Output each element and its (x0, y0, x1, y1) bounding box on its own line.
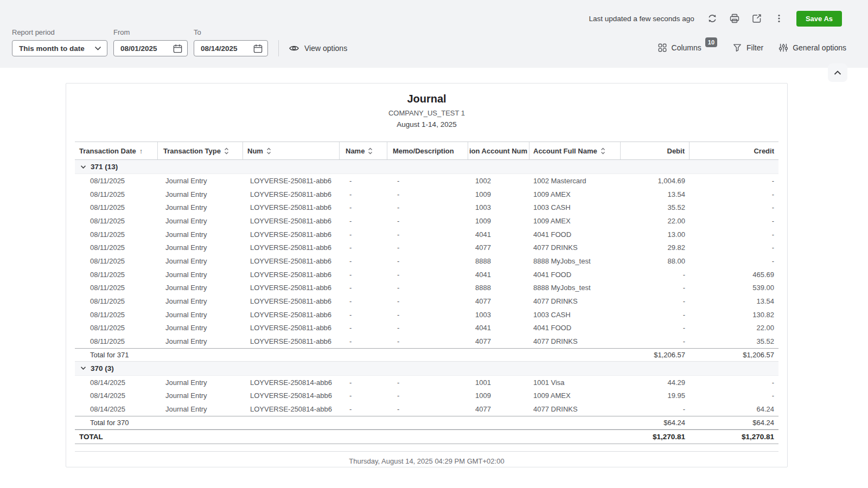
table-row[interactable]: 08/14/2025Journal EntryLOYVERSE-250814-a… (75, 376, 778, 389)
table-row[interactable]: 08/11/2025Journal EntryLOYVERSE-250811-a… (75, 294, 778, 308)
table-row[interactable]: 08/11/2025Journal EntryLOYVERSE-250811-a… (75, 281, 778, 295)
cell-account-full-name: 8888 MyJobs_test (529, 284, 621, 292)
calendar-icon[interactable] (253, 43, 263, 54)
col-header-transaction-date[interactable]: Transaction Date↑ (75, 142, 158, 159)
refresh-button[interactable] (706, 12, 719, 25)
filter-button[interactable]: Filter (732, 43, 763, 53)
table-row[interactable]: 08/11/2025Journal EntryLOYVERSE-250811-a… (75, 335, 778, 348)
cell-account-full-name: 4041 FOOD (529, 271, 621, 279)
table-row[interactable]: 08/11/2025Journal EntryLOYVERSE-250811-a… (75, 214, 778, 228)
cell-account-full-name: 1009 AMEX (529, 190, 621, 198)
group-header[interactable]: 370 (3) (75, 362, 778, 376)
cell-name: - (340, 391, 387, 400)
cell-account-full-name: 1009 AMEX (529, 391, 621, 400)
cell-memo-description: - (387, 391, 468, 400)
table-row[interactable]: 08/11/2025Journal EntryLOYVERSE-250811-a… (75, 241, 778, 254)
from-date-field[interactable] (113, 40, 188, 56)
col-header-label: Num (247, 147, 263, 155)
cell-credit: - (690, 243, 778, 252)
collapse-report-button[interactable] (828, 63, 847, 82)
report-period-label: Report period (12, 28, 107, 36)
col-header-transaction-type[interactable]: Transaction Type (158, 142, 243, 159)
report-card: Journal COMPANY_US_TEST 1 August 1-14, 2… (66, 83, 788, 467)
cell-account-num: 1009 (468, 217, 529, 225)
col-header-label: Transaction Date (79, 147, 136, 155)
cell-account-num: 8888 (468, 284, 529, 292)
col-header-account-full-name[interactable]: Account Full Name (529, 142, 621, 159)
cell-credit: - (690, 378, 778, 387)
table-row[interactable]: 08/11/2025Journal EntryLOYVERSE-250811-a… (75, 308, 778, 322)
export-button[interactable] (750, 12, 763, 25)
cell-name: - (340, 203, 387, 211)
table-row[interactable]: 08/14/2025Journal EntryLOYVERSE-250814-a… (75, 402, 778, 416)
col-header-label: ion Account Num (469, 147, 527, 155)
calendar-icon[interactable] (173, 43, 183, 54)
table-row[interactable]: 08/11/2025Journal EntryLOYVERSE-250811-a… (75, 254, 778, 268)
save-as-button[interactable]: Save As (796, 11, 842, 27)
cell-credit: - (690, 217, 778, 225)
cell-account-num: 4041 (468, 271, 529, 279)
col-header-name[interactable]: Name (340, 142, 387, 159)
table-row[interactable]: 08/11/2025Journal EntryLOYVERSE-250811-a… (75, 228, 778, 241)
cell-num: LOYVERSE-250811-abb6 (243, 203, 340, 211)
cell-num: LOYVERSE-250811-abb6 (243, 243, 340, 252)
group-label: 370 (3) (91, 364, 114, 373)
cell-debit: 13.54 (621, 190, 690, 198)
collapse-group-icon[interactable] (80, 165, 86, 169)
group-total-label: Total for 370 (75, 419, 621, 427)
cell-credit: 539.00 (690, 284, 778, 292)
cell-transaction-date: 08/14/2025 (75, 391, 158, 400)
chevron-down-icon (94, 46, 101, 50)
more-options-button[interactable] (773, 12, 786, 25)
cell-memo-description: - (387, 177, 468, 185)
cell-transaction-date: 08/11/2025 (75, 177, 158, 185)
col-header-label: Memo/Description (393, 147, 454, 155)
columns-button[interactable]: Columns 10 (658, 43, 718, 53)
cell-account-full-name: 4077 DRINKS (529, 297, 621, 305)
chevron-up-icon (833, 70, 842, 75)
sort-icon (266, 147, 271, 155)
group-total-debit: $64.24 (621, 419, 690, 427)
to-date-input[interactable] (201, 44, 248, 53)
col-header-num[interactable]: Num (243, 142, 340, 159)
cell-transaction-date: 08/11/2025 (75, 297, 158, 305)
to-date-field[interactable] (194, 40, 268, 56)
from-date-input[interactable] (120, 44, 168, 53)
cell-account-full-name: 4041 FOOD (529, 324, 621, 332)
collapse-group-icon[interactable] (80, 366, 86, 370)
cell-transaction-date: 08/11/2025 (75, 311, 158, 319)
cell-transaction-type: Journal Entry (158, 391, 243, 400)
cell-transaction-type: Journal Entry (158, 203, 243, 211)
cell-memo-description: - (387, 311, 468, 319)
cell-transaction-type: Journal Entry (158, 243, 243, 252)
report-period-select[interactable]: This month to date (12, 40, 107, 56)
cell-name: - (340, 230, 387, 239)
col-header-label: Debit (667, 147, 685, 155)
table-row[interactable]: 08/11/2025Journal EntryLOYVERSE-250811-a… (75, 322, 778, 335)
columns-label: Columns (672, 43, 701, 52)
grand-total-credit: $1,270.81 (690, 433, 778, 441)
view-options-button[interactable]: View options (278, 40, 347, 56)
table-row[interactable]: 08/11/2025Journal EntryLOYVERSE-250811-a… (75, 188, 778, 201)
group-total-debit: $1,206.57 (621, 351, 690, 359)
print-button[interactable] (728, 12, 741, 25)
cell-name: - (340, 257, 387, 265)
cell-memo-description: - (387, 284, 468, 292)
cell-num: LOYVERSE-250814-abb6 (243, 378, 340, 387)
cell-account-num: 4077 (468, 405, 529, 413)
cell-account-full-name: 4077 DRINKS (529, 243, 621, 252)
printer-icon (729, 13, 740, 24)
cell-transaction-date: 08/14/2025 (75, 378, 158, 387)
cell-memo-description: - (387, 337, 468, 345)
cell-name: - (340, 337, 387, 345)
table-row[interactable]: 08/11/2025Journal EntryLOYVERSE-250811-a… (75, 268, 778, 281)
table-row[interactable]: 08/11/2025Journal EntryLOYVERSE-250811-a… (75, 174, 778, 188)
table-row[interactable]: 08/11/2025Journal EntryLOYVERSE-250811-a… (75, 201, 778, 214)
cell-credit: - (690, 203, 778, 211)
cell-credit: - (690, 391, 778, 400)
page-header: Last updated a few seconds ago (0, 0, 868, 68)
cell-transaction-date: 08/11/2025 (75, 203, 158, 211)
general-options-button[interactable]: General options (778, 43, 846, 53)
group-header[interactable]: 371 (13) (75, 160, 778, 174)
table-row[interactable]: 08/14/2025Journal EntryLOYVERSE-250814-a… (75, 389, 778, 403)
